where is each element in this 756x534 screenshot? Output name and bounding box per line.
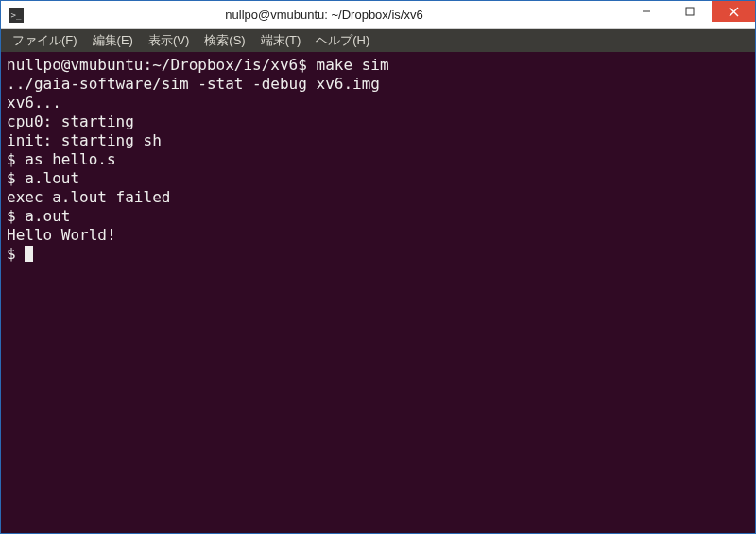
terminal-line: cpu0: starting <box>7 112 749 131</box>
window-title: nullpo@vmubuntu: ~/Dropbox/is/xv6 <box>24 8 625 22</box>
menu-view[interactable]: 表示(V) <box>143 30 195 51</box>
output-text: $ a.out <box>7 207 70 225</box>
output-text: $ a.lout <box>7 169 79 187</box>
output-text: $ as hello.s <box>7 150 116 168</box>
maximize-button[interactable] <box>668 1 712 22</box>
close-button[interactable] <box>712 1 755 22</box>
terminal-icon: >_ <box>9 8 24 23</box>
terminal-line: $ a.out <box>7 207 749 226</box>
output-text: xv6... <box>7 94 61 112</box>
terminal-line: xv6... <box>7 94 749 112</box>
menu-help[interactable]: ヘルプ(H) <box>310 30 375 51</box>
terminal-line: $ as hello.s <box>7 150 749 169</box>
terminal-line: init: starting sh <box>7 131 749 150</box>
terminal-content[interactable]: nullpo@vmubuntu:~/Dropbox/is/xv6$ make s… <box>1 52 755 533</box>
command-text: make sim <box>317 56 389 74</box>
terminal-line: nullpo@vmubuntu:~/Dropbox/is/xv6$ make s… <box>7 56 749 75</box>
terminal-line: $ a.lout <box>7 169 749 188</box>
menu-search[interactable]: 検索(S) <box>198 30 250 51</box>
minimize-button[interactable] <box>625 1 668 22</box>
terminal-line: exec a.lout failed <box>7 188 749 207</box>
menu-file[interactable]: ファイル(F) <box>7 30 83 51</box>
terminal-line: $ <box>7 245 749 264</box>
maximize-icon <box>685 7 695 16</box>
menu-terminal[interactable]: 端末(T) <box>255 30 307 51</box>
output-text: ../gaia-software/sim -stat -debug xv6.im… <box>7 75 380 93</box>
output-text: init: starting sh <box>7 131 162 149</box>
prompt: nullpo@vmubuntu:~/Dropbox/is/xv6$ <box>7 56 317 74</box>
close-icon <box>729 7 739 17</box>
terminal-line: Hello World! <box>7 226 749 245</box>
application-window: >_ nullpo@vmubuntu: ~/Dropbox/is/xv6 <box>0 0 756 534</box>
minimize-icon <box>642 7 651 16</box>
cursor <box>25 246 33 262</box>
terminal-line: ../gaia-software/sim -stat -debug xv6.im… <box>7 75 749 94</box>
titlebar[interactable]: >_ nullpo@vmubuntu: ~/Dropbox/is/xv6 <box>1 1 755 29</box>
svg-rect-1 <box>686 8 694 15</box>
menubar: ファイル(F) 編集(E) 表示(V) 検索(S) 端末(T) ヘルプ(H) <box>1 29 755 52</box>
output-text: $ <box>7 245 25 263</box>
menu-edit[interactable]: 編集(E) <box>87 30 139 51</box>
output-text: cpu0: starting <box>7 112 134 130</box>
output-text: exec a.lout failed <box>7 188 170 206</box>
output-text: Hello World! <box>7 226 116 244</box>
window-controls <box>625 1 755 22</box>
